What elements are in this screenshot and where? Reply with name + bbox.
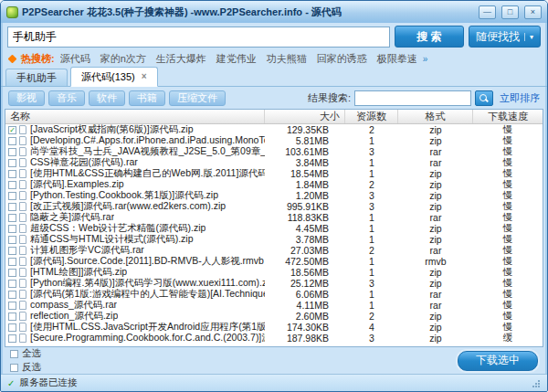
table-row[interactable]: [Secure.Programming.Cookbook.for.C.and.C… [5, 333, 543, 344]
file-format: zip [398, 201, 473, 212]
file-size: 4.11MB [265, 300, 345, 311]
invert-selection-checkbox[interactable]: 反选 [10, 361, 41, 374]
column-name[interactable]: 名称 [5, 110, 265, 123]
search-button[interactable]: 搜 索 [395, 26, 464, 48]
file-icon [19, 191, 26, 200]
toolbar: 影视音乐软件书籍压缩文件 结果搜索: 立即排序 [1, 87, 547, 109]
row-checkbox[interactable] [8, 137, 16, 145]
tab-phone-helper[interactable]: 手机助手 [5, 69, 68, 86]
resource-count: 2 [345, 124, 398, 135]
row-checkbox[interactable] [8, 302, 16, 310]
file-format: zip [398, 278, 473, 289]
file-format: rar [398, 212, 473, 223]
filter-button[interactable]: 影视 [8, 90, 45, 106]
file-size: 27.03MB [265, 245, 345, 256]
row-checkbox[interactable] [8, 280, 16, 288]
hot-search-item[interactable]: 生活大爆炸 [156, 52, 206, 66]
row-checkbox[interactable] [8, 225, 16, 233]
tab-source-code[interactable]: 源代码(135) × [70, 67, 158, 87]
sort-link[interactable]: 立即排序 [500, 91, 540, 105]
checkbox-icon [10, 350, 18, 358]
file-size: 118.83KB [265, 212, 345, 223]
row-checkbox[interactable] [8, 214, 16, 222]
file-size: 3.84MB [265, 157, 345, 168]
file-size: 4.45MB [265, 223, 345, 234]
row-checkbox[interactable] [8, 291, 16, 299]
filter-button[interactable]: 音乐 [48, 90, 85, 106]
row-checkbox[interactable] [8, 159, 16, 167]
column-format[interactable]: 格式 [398, 110, 473, 123]
file-size: 18.54MB [265, 168, 345, 179]
hot-search-item[interactable]: 功夫熊猫 [267, 52, 307, 66]
minimize-button[interactable]: — [479, 5, 496, 19]
select-all-checkbox[interactable]: 全选 [10, 347, 41, 360]
file-size: 18.56MB [265, 267, 345, 278]
hot-search-item[interactable]: 家的n次方 [100, 52, 146, 66]
file-icon [19, 180, 26, 189]
file-icon [19, 213, 26, 222]
column-speed[interactable]: 下载速度 [473, 110, 543, 123]
file-icon [19, 268, 26, 277]
search-bar: 搜 索 随便找找 ▾ [1, 23, 547, 51]
tab-label: 源代码(135) [81, 70, 135, 84]
file-format: rar [398, 146, 473, 157]
row-checkbox[interactable] [8, 334, 16, 343]
row-checkbox[interactable] [8, 192, 16, 200]
file-format: zip [398, 190, 473, 201]
tab-close-icon[interactable]: × [142, 72, 147, 81]
row-checkbox[interactable] [8, 269, 16, 277]
hot-search-item[interactable]: 回家的诱惑 [317, 52, 367, 66]
random-search-label: 随便找找 [476, 29, 520, 45]
resize-grip[interactable] [531, 378, 541, 388]
result-search-label: 结果搜索: [308, 91, 351, 105]
search-input[interactable] [7, 26, 390, 48]
row-checkbox[interactable] [8, 236, 16, 244]
hot-search-item[interactable]: 极限拳速 [377, 52, 417, 66]
file-format: zip [398, 179, 473, 190]
row-checkbox[interactable] [8, 148, 16, 156]
maximize-button[interactable]: □ [501, 5, 519, 19]
row-checkbox[interactable] [8, 181, 16, 189]
filter-button[interactable]: 压缩文件 [169, 90, 226, 106]
file-format: rar [398, 157, 473, 168]
row-checkbox[interactable]: ✓ [8, 126, 16, 134]
file-format: zip [398, 223, 473, 234]
row-checkbox[interactable] [8, 258, 16, 266]
filter-button[interactable]: 软件 [89, 90, 125, 106]
row-checkbox[interactable] [8, 247, 16, 255]
row-checkbox[interactable] [8, 170, 16, 178]
window-title: P2PSearcher 花花3.5(种子搜索神器) -www.P2PSearch… [22, 5, 473, 19]
file-icon [19, 301, 26, 310]
file-format: zip [398, 311, 473, 322]
close-button[interactable]: × [524, 5, 542, 19]
selection-controls: 全选 反选 [10, 347, 41, 374]
row-checkbox[interactable] [8, 323, 16, 332]
row-checkbox[interactable] [8, 203, 16, 211]
file-icon [19, 202, 26, 211]
file-format: rar [398, 300, 473, 311]
hot-search-more-icon[interactable]: » [423, 54, 428, 64]
file-icon [19, 235, 26, 244]
column-size[interactable]: 大小 [265, 110, 345, 123]
result-search-input[interactable] [354, 90, 471, 106]
random-search-button[interactable]: 随便找找 ▾ [469, 26, 541, 48]
file-icon [19, 224, 26, 233]
download-selected-button[interactable]: 下载选中 [458, 351, 538, 371]
file-format: zip [398, 267, 473, 278]
resource-count: 1 [345, 135, 398, 146]
row-checkbox[interactable] [8, 313, 16, 321]
result-search-button[interactable] [475, 90, 493, 106]
column-resources[interactable]: 资源数 [345, 110, 398, 123]
statusbar: ✓ 服务器已连接 [1, 374, 547, 391]
hot-search-item[interactable]: 建党伟业 [216, 52, 257, 66]
resource-count: 1 [345, 157, 398, 168]
file-size: 6.06MB [265, 289, 345, 300]
resource-count: 1 [345, 267, 398, 278]
filter-buttons: 影视音乐软件书籍压缩文件 [8, 90, 226, 106]
filter-button[interactable]: 书籍 [129, 90, 165, 106]
file-size: 2.60MB [265, 311, 345, 322]
file-icon [19, 147, 26, 156]
status-text: 服务器已连接 [19, 376, 77, 389]
results-table: 名称 大小 资源数 格式 下载速度 ✓[JavaScript权威指南(第6版)]… [5, 109, 543, 347]
hot-search-item[interactable]: 源代码 [60, 52, 90, 66]
